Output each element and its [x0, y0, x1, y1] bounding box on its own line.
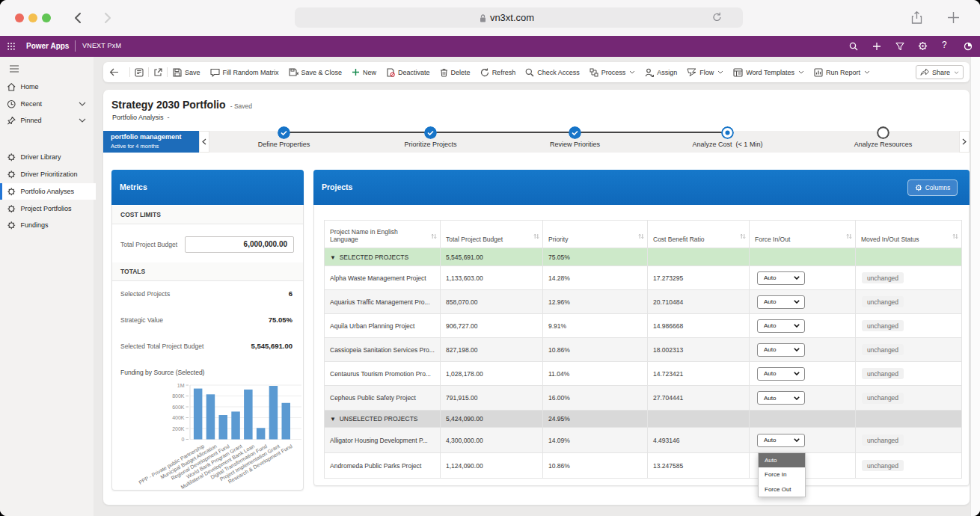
svg-text:800K: 800K [172, 393, 185, 399]
svg-text:200K: 200K [172, 426, 185, 431]
svg-text:400K: 400K [172, 415, 185, 420]
svg-text:0: 0 [182, 437, 185, 442]
svg-text:1M: 1M [177, 383, 185, 388]
svg-text:600K: 600K [172, 405, 185, 410]
